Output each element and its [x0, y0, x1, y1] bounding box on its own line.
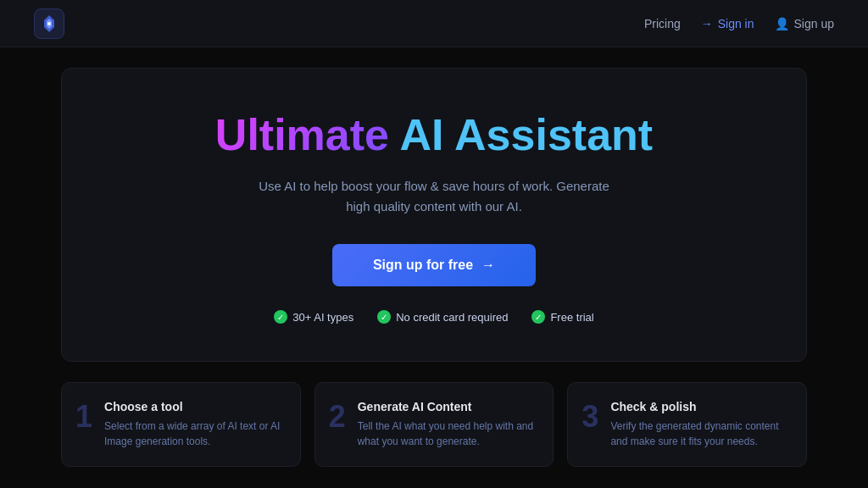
step-desc-1: Select from a wide array of AI text or A… — [104, 419, 283, 449]
step-content-2: Generate AI Content Tell the AI what you… — [358, 400, 537, 449]
check-icon: ✓ — [377, 310, 391, 324]
signin-icon: → — [701, 17, 713, 30]
svg-point-0 — [47, 22, 51, 25]
hero-section: Ultimate AI Assistant Use AI to help boo… — [61, 68, 807, 362]
step-desc-3: Verify the generated dynamic content and… — [610, 419, 789, 449]
nav-pricing-link[interactable]: Pricing — [644, 17, 681, 30]
badge-free-trial: ✓ Free trial — [531, 310, 593, 324]
check-icon: ✓ — [274, 310, 287, 324]
badge-ai-types: ✓ 30+ AI types — [274, 310, 353, 324]
nav-signin-button[interactable]: → Sign in — [701, 17, 754, 30]
hero-title-part1: Ultimate — [215, 110, 389, 159]
navbar: Pricing → Sign in 👤 Sign up — [0, 0, 868, 47]
cta-button[interactable]: Sign up for free → — [332, 244, 536, 286]
cta-label: Sign up for free — [373, 258, 473, 273]
badges-container: ✓ 30+ AI types ✓ No credit card required… — [96, 310, 772, 324]
step-number-2: 2 — [329, 402, 346, 432]
signin-label: Sign in — [718, 17, 754, 30]
step-title-1: Choose a tool — [104, 400, 283, 413]
cta-arrow-icon: → — [481, 258, 495, 273]
step-content-1: Choose a tool Select from a wide array o… — [104, 400, 283, 449]
step-card-2: 2 Generate AI Content Tell the AI what y… — [314, 382, 554, 467]
hero-title-part2: AI Assistant — [389, 110, 653, 159]
hero-subtitle: Use AI to help boost your flow & save ho… — [248, 176, 620, 217]
signup-icon: 👤 — [775, 17, 789, 30]
badge-text: No credit card required — [396, 311, 508, 324]
step-desc-2: Tell the AI what you need help with and … — [358, 419, 537, 449]
nav-links: Pricing → Sign in 👤 Sign up — [644, 17, 834, 30]
hero-title: Ultimate AI Assistant — [96, 111, 772, 159]
badge-no-card: ✓ No credit card required — [377, 310, 508, 324]
step-title-2: Generate AI Content — [358, 400, 537, 413]
nav-signup-button[interactable]: 👤 Sign up — [775, 17, 834, 30]
step-card-3: 3 Check & polish Verify the generated dy… — [567, 382, 807, 467]
step-content-3: Check & polish Verify the generated dyna… — [610, 400, 789, 449]
logo[interactable] — [34, 8, 64, 39]
badge-text: 30+ AI types — [292, 311, 353, 324]
step-number-3: 3 — [581, 402, 598, 432]
check-icon: ✓ — [531, 310, 545, 324]
step-number-1: 1 — [75, 402, 92, 432]
badge-text: Free trial — [550, 311, 593, 324]
step-card-1: 1 Choose a tool Select from a wide array… — [61, 382, 301, 467]
steps-section: 1 Choose a tool Select from a wide array… — [0, 382, 868, 467]
step-title-3: Check & polish — [610, 400, 789, 413]
signup-label: Sign up — [794, 17, 834, 30]
